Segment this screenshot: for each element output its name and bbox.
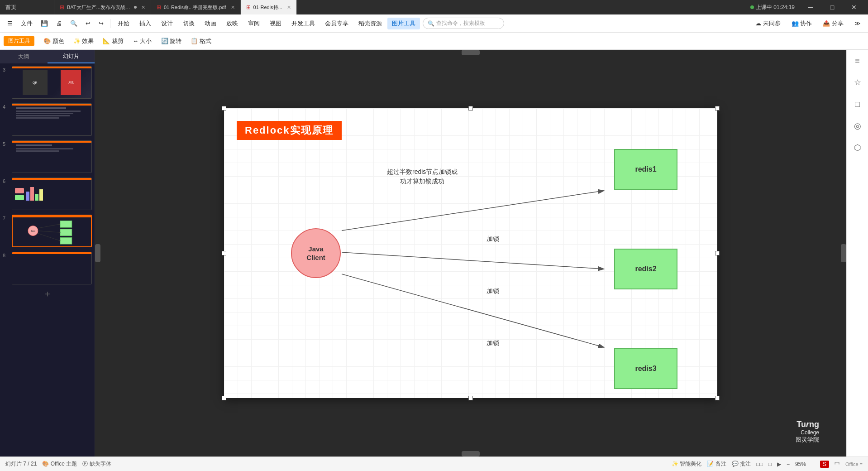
menu-sep-1 <box>110 19 110 28</box>
selection-handle-tr[interactable] <box>715 106 720 111</box>
slide-thumb-7[interactable]: Java <box>12 215 92 247</box>
slide-canvas: Redlock实现原理 <box>224 108 717 398</box>
slide-thumb-6[interactable] <box>12 178 92 210</box>
resize-handle-bottom[interactable] <box>462 451 480 457</box>
redo-button[interactable]: ↪ <box>95 18 107 29</box>
menu-picture-tools[interactable]: 图片工具 <box>387 18 420 29</box>
slide-number-4: 4 <box>3 104 9 110</box>
right-panel-crop[interactable]: □ <box>850 97 865 111</box>
menu-transition[interactable]: 切换 <box>178 18 199 29</box>
thumb-content-3: QR 凤凰 <box>12 67 91 98</box>
menu-view[interactable]: 视图 <box>265 18 286 29</box>
java-client-node: JavaClient <box>291 228 341 278</box>
redis2-label: redis2 <box>635 265 656 273</box>
redis1-label: redis1 <box>635 165 656 173</box>
slide-thumb-8[interactable] <box>12 252 92 284</box>
right-panel-properties[interactable]: ≡ <box>850 53 865 68</box>
selection-handle-br[interactable] <box>715 396 720 400</box>
resize-handle-top[interactable] <box>462 50 480 55</box>
slide-item-7[interactable]: 7 Java <box>2 214 93 248</box>
view-reading[interactable]: ▶ <box>777 461 781 467</box>
ribbon-btn-2[interactable]: ✨ 效果 <box>70 35 98 47</box>
selection-handle-ml[interactable] <box>222 251 226 255</box>
share-button[interactable]: 📤 分享 <box>819 18 847 29</box>
comments-btn[interactable]: 💬 批注 <box>732 460 751 468</box>
selection-handle-mr[interactable] <box>715 251 720 255</box>
redis-ppt-tab-label: 01-Redis持... <box>253 4 282 11</box>
more-button[interactable]: ≫ <box>851 18 864 29</box>
menu-daoke[interactable]: 稻壳资源 <box>354 18 386 29</box>
smart-beautify[interactable]: ✨ 智能美化 <box>672 460 701 468</box>
menu-devtools[interactable]: 开发工具 <box>287 18 320 29</box>
tab-redis-pdf[interactable]: ⊞ 01-Redis命...手册完整版.pdf ✕ <box>151 0 241 14</box>
redis1-node: redis1 <box>614 149 677 190</box>
slide-thumb-4[interactable] <box>12 103 92 136</box>
resize-handle-right[interactable] <box>841 244 846 262</box>
slide-thumb-5[interactable] <box>12 140 92 173</box>
ppt-icon: ⊞ <box>246 4 251 10</box>
search-box[interactable]: 🔍 查找命令，搜索模板 <box>423 18 504 29</box>
ribbon-btn-3[interactable]: 📐 裁剪 <box>99 35 127 47</box>
zoom-in[interactable]: + <box>811 461 815 467</box>
view-slide[interactable]: □ <box>768 461 772 467</box>
file-menu[interactable]: 文件 <box>17 18 36 29</box>
tab-home[interactable]: 首页 <box>0 0 54 14</box>
view-normal[interactable]: □□ <box>756 461 763 467</box>
selection-handle-bl[interactable] <box>222 396 226 400</box>
language-indicator[interactable]: 中 <box>835 460 840 468</box>
selection-handle-bm[interactable] <box>468 396 473 400</box>
tab-bat[interactable]: ⊞ BAT大厂生产...发布布实战实战 ✕ <box>54 0 151 14</box>
ribbon-btn-6[interactable]: 📋 格式 <box>187 35 215 47</box>
right-panel-shapes[interactable]: ⬡ <box>850 140 865 155</box>
watermark-subtitle: College <box>796 429 819 436</box>
redis3-label: redis3 <box>635 365 656 373</box>
menu-animation[interactable]: 动画 <box>200 18 221 29</box>
slide-item-3[interactable]: 3 QR 凤凰 <box>2 65 93 100</box>
close-button[interactable]: ✕ <box>844 0 864 14</box>
selection-handle-tm[interactable] <box>468 106 473 111</box>
print-button[interactable]: 🖨 <box>52 18 66 29</box>
sidebar-tab-outline[interactable]: 大纲 <box>0 50 48 63</box>
sidebar-tabs: 大纲 幻灯片 <box>0 50 95 63</box>
menu-start[interactable]: 开始 <box>113 18 134 29</box>
sidebar-tab-slides[interactable]: 幻灯片 <box>48 50 95 63</box>
menu-design[interactable]: 设计 <box>157 18 177 29</box>
menu-review[interactable]: 审阅 <box>243 18 264 29</box>
right-panel-favorites[interactable]: ☆ <box>850 75 865 90</box>
bat-tab-close[interactable]: ✕ <box>141 5 145 10</box>
slide-thumb-3[interactable]: QR 凤凰 <box>12 66 92 99</box>
right-panel: ≡ ☆ □ ◎ ⬡ <box>846 50 868 457</box>
ribbon-btn-5[interactable]: 🔄 旋转 <box>157 35 186 47</box>
save-button[interactable]: 💾 <box>37 18 52 29</box>
minimize-button[interactable]: ─ <box>800 0 821 14</box>
resize-handle-left[interactable] <box>95 244 100 262</box>
menu-slideshow[interactable]: 放映 <box>222 18 243 29</box>
maximize-button[interactable]: □ <box>822 0 843 14</box>
ribbon-btn-1[interactable]: 🎨 颜色 <box>40 35 68 47</box>
menu-member[interactable]: 会员专享 <box>320 18 353 29</box>
add-slide-button[interactable]: ＋ <box>2 288 93 299</box>
preview-button[interactable]: 🔍 <box>67 18 81 29</box>
redis-pdf-tab-close[interactable]: ✕ <box>231 5 235 10</box>
right-panel-effects[interactable]: ◎ <box>850 119 865 133</box>
lock-label-1: 加锁 <box>486 235 499 243</box>
sync-button[interactable]: ☁ 未同步 <box>752 18 784 29</box>
redis-ppt-tab-close[interactable]: ✕ <box>287 5 291 10</box>
collab-button[interactable]: 👥 协作 <box>788 18 816 29</box>
tab-redis-ppt[interactable]: ⊞ 01-Redis持... ✕ <box>241 0 297 14</box>
undo-button[interactable]: ↩ <box>82 18 94 29</box>
slide-item-4[interactable]: 4 <box>2 102 93 137</box>
slide-item-8[interactable]: 8 <box>2 251 93 285</box>
selection-handle-tl[interactable] <box>222 106 226 111</box>
hamburger-menu[interactable]: ☰ <box>4 18 16 29</box>
ribbon-btn-4[interactable]: ↔ 大小 <box>129 35 156 47</box>
zoom-out[interactable]: − <box>787 461 790 467</box>
thumb-content-5 <box>12 141 91 173</box>
missing-font[interactable]: Ⓕ 缺失字体 <box>82 460 111 468</box>
notes-btn[interactable]: 📝 备注 <box>707 460 726 468</box>
slide-item-6[interactable]: 6 <box>2 177 93 211</box>
menu-insert[interactable]: 插入 <box>135 18 156 29</box>
input-method[interactable]: S <box>820 461 829 468</box>
theme-icon: 🎨 <box>42 461 49 467</box>
slide-item-5[interactable]: 5 <box>2 139 93 174</box>
